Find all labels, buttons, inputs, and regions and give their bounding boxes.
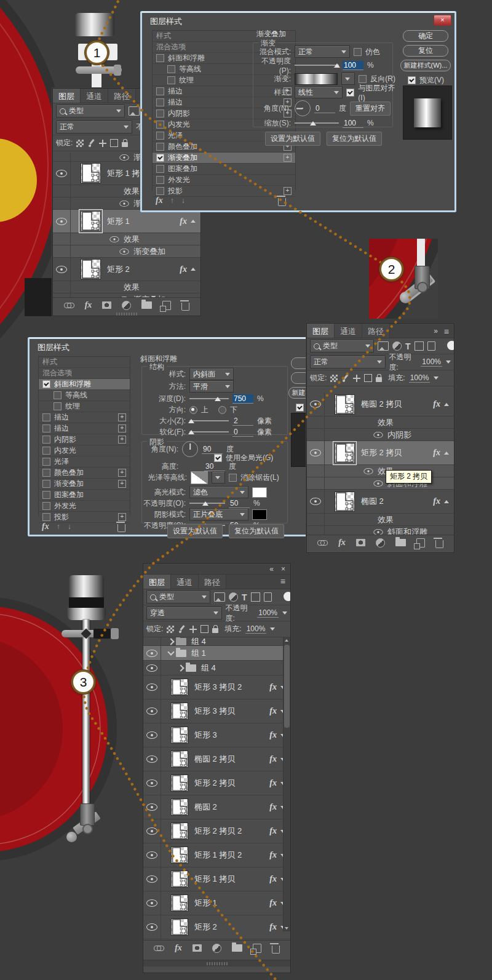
link-icon[interactable] [64,303,74,308]
visibility-toggle[interactable] [307,490,325,513]
layer-thumbnail[interactable] [171,870,188,888]
lock-artboard-icon[interactable] [200,625,208,633]
technique-select[interactable]: 平滑 [189,380,234,392]
gradient-style-select[interactable]: 线性 [295,86,343,98]
shadow-color-swatch[interactable] [252,509,267,520]
filter-type-select[interactable]: 类型 [310,340,374,353]
style-item[interactable]: 颜色叠加 + [39,468,130,479]
new-group-icon[interactable] [395,539,406,546]
depth-slider[interactable] [189,398,229,399]
visibility-toggle[interactable] [143,723,161,747]
depth-value[interactable]: 750 [232,394,253,404]
move-down-icon[interactable]: ↓ [68,523,71,530]
layer-row[interactable]: 椭圆 2 拷贝 fx [143,747,290,771]
panel-tab[interactable]: 通道 [81,89,108,103]
highlight-color-swatch[interactable] [252,487,267,498]
new-layer-icon[interactable] [416,538,425,548]
collapse-icon[interactable]: » [434,327,438,335]
layer-row[interactable]: 矩形 2 拷贝 2 fx [143,819,290,843]
filter-pixel-icon[interactable] [214,592,225,602]
visibility-toggle[interactable] [307,392,325,416]
set-default-button[interactable]: 设置为默认值 [167,524,223,538]
layer-row[interactable]: 矩形 1 fx [143,891,290,915]
new-layer-icon[interactable] [162,301,171,310]
soften-slider[interactable] [189,431,229,432]
visibility-toggle[interactable] [143,747,161,771]
group-row[interactable]: 组 1 [143,646,290,661]
layer-row[interactable]: 矩形 2 拷贝 fx [307,441,454,465]
add-style-icon[interactable]: + [118,513,126,521]
opacity-slider[interactable] [295,65,339,66]
filter-type-tool-icon[interactable]: T [405,342,411,351]
style-item[interactable]: 斜面和浮雕 + [39,379,130,390]
expand-icon[interactable] [167,638,174,645]
fill-value[interactable]: 100% [245,624,267,634]
new-style-button[interactable]: 新建样式(W)... [400,60,451,71]
style-item[interactable]: 内阴影 + [39,434,130,445]
lock-transparency-icon[interactable] [76,140,84,147]
style-item[interactable]: 内发光 + [39,445,130,456]
layer-row[interactable]: 矩形 1 拷贝 fx [143,867,290,891]
scale-slider[interactable] [295,122,339,124]
add-style-icon[interactable]: + [118,413,126,421]
align-checkbox[interactable] [346,89,354,97]
visibility-toggle[interactable] [143,637,161,645]
visibility-toggle[interactable] [143,867,161,891]
new-layer-icon[interactable] [253,944,261,953]
style-checkbox[interactable] [42,413,50,421]
style-item[interactable]: 描边 + [39,423,130,434]
size-value[interactable]: 2 [232,416,253,426]
group-row[interactable]: 组 4 [143,637,290,646]
add-style-icon[interactable]: + [118,480,126,488]
filter-adjustment-icon[interactable] [392,341,402,351]
style-checkbox[interactable] [167,76,175,84]
horizontal-scrollbar[interactable] [143,960,290,966]
eye-icon[interactable] [119,154,129,160]
highlight-opacity-value[interactable]: 50 [229,499,250,508]
layer-thumbnail[interactable] [171,823,188,840]
panel-grip[interactable] [116,313,137,316]
layer-thumbnail[interactable] [171,894,188,912]
layer-thumbnail[interactable] [335,394,355,415]
eye-icon[interactable] [373,431,383,437]
style-item[interactable]: 外发光 + [153,175,295,186]
style-checkbox[interactable] [42,502,50,510]
visibility-toggle[interactable] [143,661,161,675]
dither-checkbox[interactable] [354,48,362,56]
preview-checkbox[interactable] [408,76,416,84]
add-style-icon[interactable]: + [118,469,126,477]
layer-thumbnail[interactable] [81,163,101,183]
delete-style-icon[interactable] [117,524,125,532]
reset-default-button[interactable]: 复位为默认值 [229,524,284,538]
gloss-contour-swatch[interactable] [191,471,208,484]
layer-thumbnail[interactable] [171,727,188,744]
scrollbar-thumb[interactable] [284,645,290,728]
soften-value[interactable]: 0 [232,428,253,437]
panel-menu-icon[interactable]: ≡ [444,327,449,336]
visibility-toggle[interactable] [143,771,161,795]
add-style-icon[interactable]: + [118,436,126,444]
reset-default-button[interactable]: 复位为默认值 [327,132,382,146]
eye-icon[interactable] [119,248,129,254]
layer-row[interactable]: 矩形 2 拷贝 fx [143,771,290,795]
layer-thumbnail[interactable] [171,703,188,720]
effect-row[interactable]: 渐变叠加 [53,245,200,258]
group-row[interactable]: 组 4 [143,661,290,675]
visibility-toggle[interactable] [53,162,71,185]
fx-collapse-icon[interactable] [444,500,449,503]
opacity-value[interactable]: 100 [343,61,363,70]
visibility-toggle[interactable] [143,795,161,819]
layer-thumbnail[interactable] [171,751,188,768]
blend-mode-select[interactable]: 正常 [310,356,386,368]
move-up-icon[interactable]: ↑ [57,523,60,530]
filter-smart-object-icon[interactable] [264,592,272,602]
layer-style-icon[interactable]: fx [338,538,346,547]
layer-row[interactable]: 矩形 2 fx [53,258,200,281]
style-checkbox[interactable] [42,458,50,466]
blend-mode-select[interactable]: 正常 [295,46,350,58]
set-default-button[interactable]: 设置为默认值 [265,132,320,146]
adjustment-icon[interactable] [376,538,385,548]
style-item[interactable]: 图案叠加 + [153,164,295,175]
style-item[interactable]: 外发光 + [39,501,130,512]
layer-row[interactable]: 矩形 2 fx [143,915,290,939]
